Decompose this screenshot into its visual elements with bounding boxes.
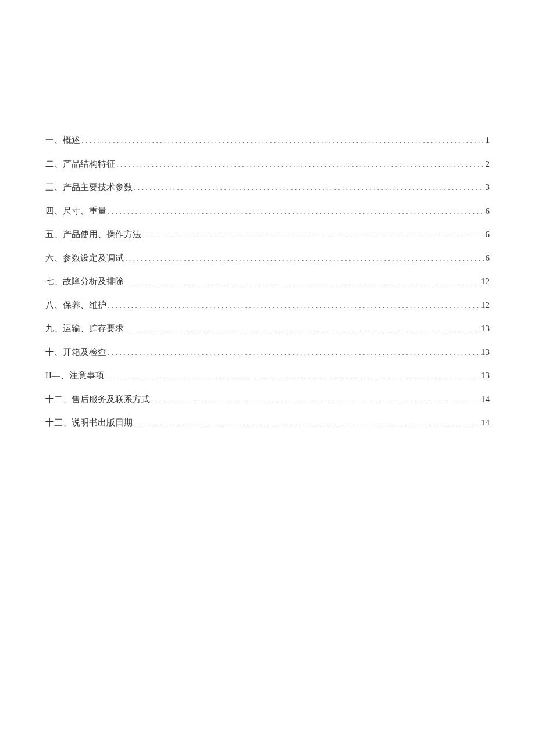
- toc-entry: 十三、说明书出版日期 14: [45, 416, 490, 429]
- toc-title: 十、开箱及检查: [45, 346, 106, 359]
- toc-page-number: 1: [486, 134, 490, 147]
- toc-entry: 一、概述 1: [45, 134, 490, 147]
- toc-leader-dots: [81, 134, 484, 143]
- toc-entry: 九、运输、贮存要求 13: [45, 322, 490, 335]
- toc-leader-dots: [108, 205, 484, 214]
- toc-title: 三、产品主要技术参数: [45, 181, 133, 194]
- toc-title: 七、故障分析及排除: [45, 275, 124, 288]
- toc-leader-dots: [108, 299, 480, 308]
- toc-entry: 三、产品主要技术参数 3: [45, 181, 490, 194]
- toc-title: 十二、售后服务及联系方式: [45, 393, 150, 406]
- toc-title: 九、运输、贮存要求: [45, 322, 124, 335]
- toc-title: 一、概述: [45, 134, 80, 147]
- toc-leader-dots: [125, 323, 480, 331]
- toc-title: 六、参数设定及调试: [45, 252, 124, 265]
- toc-entry: 二、产品结构特征 2: [45, 157, 490, 171]
- toc-entry: 十二、售后服务及联系方式 14: [45, 393, 490, 406]
- toc-leader-dots: [134, 181, 484, 190]
- toc-entry: 六、参数设定及调试 6: [45, 252, 490, 265]
- toc-leader-dots: [116, 158, 484, 167]
- toc-title: 八、保养、维护: [45, 299, 106, 312]
- toc-page-number: 6: [486, 228, 490, 241]
- table-of-contents: 一、概述 1 二、产品结构特征 2 三、产品主要技术参数 3 四、尺寸、重量 6…: [45, 134, 490, 429]
- toc-leader-dots: [108, 346, 480, 355]
- toc-page-number: 13: [481, 346, 490, 359]
- toc-title: 五、产品使用、操作方法: [45, 228, 141, 241]
- toc-page-number: 6: [486, 205, 490, 218]
- toc-page-number: 14: [481, 416, 490, 429]
- toc-leader-dots: [125, 275, 480, 284]
- toc-title: 十三、说明书出版日期: [45, 416, 133, 429]
- toc-leader-dots: [134, 417, 480, 425]
- toc-page-number: 13: [481, 322, 490, 335]
- toc-page-number: 12: [481, 299, 490, 312]
- toc-page-number: 2: [486, 157, 490, 171]
- toc-leader-dots: [142, 228, 484, 237]
- toc-entry: H—、注意事项 13: [45, 369, 490, 382]
- toc-leader-dots: [125, 252, 484, 261]
- toc-title: 四、尺寸、重量: [45, 205, 106, 218]
- toc-leader-dots: [105, 370, 480, 378]
- toc-title: H—、注意事项: [45, 369, 104, 382]
- toc-entry: 五、产品使用、操作方法 6: [45, 228, 490, 241]
- toc-entry: 七、故障分析及排除 12: [45, 275, 490, 288]
- toc-leader-dots: [151, 393, 480, 402]
- toc-page-number: 13: [481, 369, 490, 382]
- toc-entry: 四、尺寸、重量 6: [45, 205, 490, 218]
- toc-entry: 十、开箱及检查 13: [45, 346, 490, 359]
- toc-page-number: 6: [486, 252, 490, 265]
- toc-title: 二、产品结构特征: [45, 157, 115, 171]
- toc-page-number: 14: [481, 393, 490, 406]
- toc-entry: 八、保养、维护 12: [45, 299, 490, 312]
- toc-page-number: 12: [481, 275, 490, 288]
- toc-page-number: 3: [486, 181, 490, 194]
